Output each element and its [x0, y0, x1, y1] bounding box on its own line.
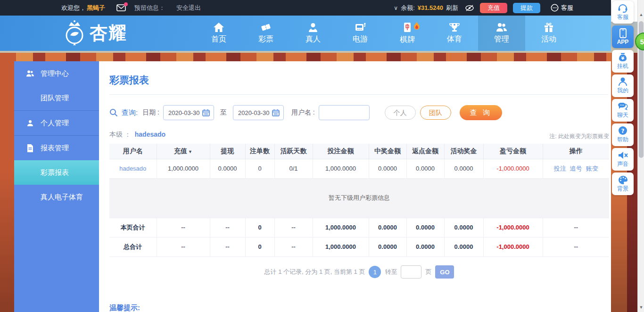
brand-name: 杏耀 — [90, 21, 127, 45]
nav-item-sports[interactable]: 体育 — [431, 16, 478, 51]
nav-item-manage[interactable]: 管理 — [478, 16, 525, 51]
col-username: 用户名 — [109, 144, 157, 159]
chevron-down-icon[interactable]: ∨ — [394, 5, 398, 11]
logout-link[interactable]: 安全退出 — [176, 4, 201, 12]
cell-bet-count: 0 — [245, 159, 274, 178]
sidebar-item-personal-manage[interactable]: 个人管理 — [14, 111, 99, 135]
user-icon — [618, 77, 627, 86]
goto-label: 转至 — [385, 268, 397, 276]
query-label: 查询: — [122, 108, 138, 117]
mail-notification-dot — [124, 2, 128, 6]
title-divider — [109, 94, 608, 95]
bet-detail-link[interactable]: 投注 — [554, 165, 566, 172]
username-input[interactable] — [319, 105, 370, 120]
team-filter-button[interactable]: 团队 — [420, 106, 451, 120]
col-rebate-amount: 返点金额 — [406, 144, 444, 159]
nav-item-activity[interactable]: 活动 — [525, 16, 572, 51]
sidebar-item-label: 管理中心 — [41, 69, 69, 78]
float-service-button[interactable]: 客服 — [612, 1, 634, 24]
gift-icon — [543, 22, 554, 33]
nav-item-home[interactable]: 首页 — [195, 16, 242, 51]
balance: 余额: ¥31.5240 刷新 — [401, 4, 458, 12]
lottery-report-table: 用户名 充值▼ 提现 注单数 活跃天数 投注金额 中奖金额 返点金额 活动奖金 … — [109, 144, 609, 257]
page-1-button[interactable]: 1 — [369, 266, 381, 278]
eye-slash-icon[interactable] — [465, 4, 474, 12]
float-help-button[interactable]: ? 帮助 — [612, 123, 634, 146]
svg-text:?: ? — [621, 128, 625, 134]
page-total-row: 本页合计 -- -- 0 -- 1,000.0000 0.0000 0.0000… — [109, 218, 609, 237]
headset-icon — [618, 4, 628, 13]
cell-withdraw: 0.0000 — [210, 159, 245, 178]
service-icon — [551, 4, 559, 12]
account-change-note: 注: 此处账变为彩票账变 — [549, 132, 609, 140]
float-mine-button[interactable]: 我的 — [612, 74, 634, 97]
cell-activity-bonus: 0.0000 — [444, 159, 483, 178]
cell-rebate-amount: 0.0000 — [406, 159, 444, 178]
chat-icon — [618, 102, 628, 111]
table-header-row: 用户名 充值▼ 提现 注单数 活跃天数 投注金额 中奖金额 返点金额 活动奖金 … — [109, 144, 609, 159]
ticket-icon — [260, 22, 272, 33]
pagination: 总计 1 个记录, 分为 1 页, 当前第 1 页 1 转至 页 GO — [109, 265, 609, 279]
balance-value: ¥31.5240 — [418, 4, 443, 11]
calendar-icon — [272, 109, 280, 116]
page-unit-label: 页 — [425, 268, 431, 276]
date-to-input[interactable]: 2020-03-30 — [233, 105, 284, 120]
cell-actions: 投注追号账变 — [543, 159, 609, 178]
service-label: 客服 — [561, 4, 573, 12]
cell-profit-loss: -1,000.0000 — [483, 159, 543, 178]
search-icon — [109, 108, 118, 117]
date-from-input[interactable]: 2020-03-30 — [163, 105, 214, 120]
service-button[interactable]: 客服 — [551, 4, 573, 12]
search-button[interactable]: 查 询 — [460, 105, 502, 120]
col-actions: 操作 — [543, 144, 609, 159]
refresh-link[interactable]: 刷新 — [446, 4, 458, 12]
float-app-button[interactable]: APP — [612, 25, 634, 48]
page-title: 彩票报表 — [109, 74, 149, 87]
level-row: 本级 ： hadesado 注: 此处账变为彩票账变 — [109, 131, 609, 140]
float-sound-button[interactable]: 声音 — [612, 148, 634, 171]
col-recharge-sortable[interactable]: 充值▼ — [157, 144, 210, 159]
recharge-button[interactable]: 充值 — [480, 3, 507, 13]
level-username: hadesado — [135, 131, 165, 138]
goto-page-input[interactable] — [401, 265, 421, 279]
float-background-button[interactable]: 背景 — [612, 172, 634, 195]
sidebar-item-lottery-report[interactable]: 彩票报表 — [14, 160, 99, 185]
scroll-down-arrow[interactable]: ▼ — [638, 304, 644, 311]
nav-item-lottery[interactable]: 彩票 — [242, 16, 289, 51]
sidebar: 管理中心 团队管理 个人管理 报表管理 彩票报表 真人电子体育 — [14, 61, 99, 312]
sidebar-item-live-esports[interactable]: 真人电子体育 — [14, 185, 99, 209]
cell-win-amount: 0.0000 — [369, 159, 406, 178]
row-username-link[interactable]: hadesado — [109, 159, 157, 178]
chase-number-link[interactable]: 追号 — [570, 165, 582, 172]
nav-item-live[interactable]: 真人 — [289, 16, 337, 51]
sidebar-item-manage-center[interactable]: 管理中心 — [14, 61, 99, 86]
slot-icon — [354, 22, 366, 33]
moneybag-icon: ¥ — [618, 52, 627, 62]
users-icon — [25, 70, 35, 77]
sidebar-item-label: 真人电子体育 — [41, 193, 83, 202]
scroll-up-arrow[interactable]: ▲ — [638, 11, 644, 18]
col-profit-loss: 盈亏金额 — [483, 144, 543, 159]
col-bet-amount: 投注金额 — [313, 144, 369, 159]
float-hangup-button[interactable]: ¥ 挂机 — [612, 50, 634, 73]
account-change-link[interactable]: 账变 — [586, 165, 598, 172]
nav-item-egame[interactable]: 电游 — [337, 16, 384, 51]
topbar: 欢迎您， 黑蝎子 预留信息： 安全退出 ∨ 余额: ¥31.5240 刷新 充值… — [0, 0, 611, 16]
reserved-info-label: 预留信息： — [134, 4, 165, 12]
sidebar-item-label: 个人管理 — [41, 119, 69, 128]
mail-icon[interactable] — [116, 4, 126, 11]
sidebar-item-team-manage[interactable]: 团队管理 — [14, 86, 99, 110]
col-active-days: 活跃天数 — [274, 144, 313, 159]
personal-filter-button[interactable]: 个人 — [385, 106, 416, 120]
report-icon — [25, 144, 35, 152]
brand-logo[interactable]: 杏耀 — [62, 19, 127, 47]
cell-recharge: 1,000.0000 — [157, 159, 210, 178]
phone-icon — [619, 28, 627, 38]
sidebar-item-report-manage[interactable]: 报表管理 — [14, 136, 99, 160]
nav-item-chess[interactable]: 棋牌 — [384, 16, 431, 51]
page-total-label: 本页合计 — [109, 218, 157, 237]
withdraw-button[interactable]: 提款 — [513, 3, 540, 13]
go-button[interactable]: GO — [435, 265, 454, 279]
username: 黑蝎子 — [87, 4, 105, 12]
float-chat-button[interactable]: 聊天 — [612, 99, 634, 122]
